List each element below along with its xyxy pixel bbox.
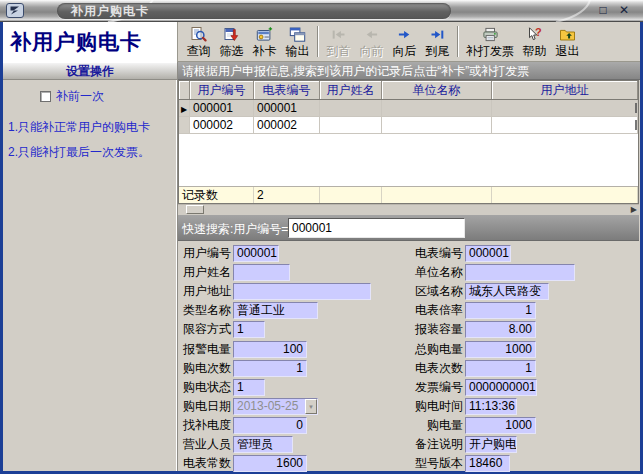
- help-icon: ?: [526, 27, 543, 44]
- toolbar-button-export[interactable]: 输出: [282, 24, 313, 59]
- toolbar-button-label: 到首: [327, 44, 351, 58]
- close-button[interactable]: ✕: [617, 2, 631, 18]
- field-purchase-status[interactable]: 1: [233, 379, 265, 396]
- field-user-address[interactable]: [233, 283, 371, 300]
- reissue-previous-checkbox[interactable]: [40, 91, 51, 102]
- quick-search-input[interactable]: [288, 218, 465, 238]
- field-label-meter-count: 电表次数: [408, 360, 463, 377]
- sidebar: 设置操作 补前一次 1.只能补正常用户的购电卡2.只能补打最后一次发票。: [3, 62, 178, 471]
- toolbar-button-nav-last[interactable]: 到尾: [422, 24, 453, 59]
- column-header[interactable]: 用户姓名: [320, 81, 382, 99]
- dropdown-arrow-icon: ▼: [305, 399, 317, 414]
- table-cell: 000001: [254, 100, 320, 116]
- field-unit-name[interactable]: [465, 264, 575, 281]
- column-header[interactable]: 单位名称: [382, 81, 492, 99]
- toolbar-button-nav-first: 到首: [323, 24, 354, 59]
- titlebar[interactable]: 补用户购电卡 □ ✕: [0, 0, 643, 22]
- field-label-alarm-energy: 报警电量: [178, 341, 231, 358]
- table-row[interactable]: ▶000001000001: [179, 100, 638, 117]
- toolbar-button-label: 帮助: [523, 44, 547, 58]
- footer-cell: [492, 187, 638, 203]
- field-meter-no[interactable]: 000001: [465, 245, 511, 262]
- field-purchase-time[interactable]: 11:13:36: [465, 398, 517, 415]
- field-adjust-energy[interactable]: 0: [233, 417, 307, 434]
- toolbar-button-label: 退出: [556, 44, 580, 58]
- toolbar-button-label: 筛选: [220, 44, 244, 58]
- hint-bar: 请根据用户申报信息,搜索到该用户的记录后点击“补卡”或补打发票: [178, 62, 640, 80]
- field-meter-constant[interactable]: 1600: [233, 455, 307, 472]
- page-title: 补用户购电卡: [10, 28, 142, 56]
- reissue-previous-option[interactable]: 补前一次: [3, 89, 177, 103]
- field-purchase-energy[interactable]: 1000: [465, 417, 536, 434]
- field-operator[interactable]: 管理员: [233, 436, 293, 453]
- field-label-remark: 备注说明: [408, 436, 463, 453]
- column-header[interactable]: 用户地址: [492, 81, 638, 99]
- column-header[interactable]: 用户编号: [190, 81, 254, 99]
- toolbar-button-label: 补卡: [253, 44, 277, 58]
- toolbar-button-reprint-invoice[interactable]: 补打发票: [463, 24, 517, 59]
- column-header[interactable]: 电表编号: [254, 81, 320, 99]
- nav-last-icon: [429, 27, 446, 44]
- grid-empty-area: [179, 134, 638, 186]
- field-limit-mode[interactable]: 1: [233, 321, 265, 338]
- field-type-name[interactable]: 普通工业: [233, 302, 318, 319]
- current-row-marker-icon: ▶: [181, 105, 187, 114]
- field-label-user-no: 用户编号: [178, 245, 231, 262]
- field-model-version[interactable]: 18460: [465, 455, 510, 472]
- field-user-name[interactable]: [233, 264, 290, 281]
- field-label-purchase-energy: 购电量: [408, 417, 463, 434]
- detail-form: 用户编号000001用户姓名用户地址类型名称普通工业限容方式1报警电量100购电…: [178, 241, 640, 471]
- exit-icon: [559, 27, 576, 44]
- field-install-capacity[interactable]: 8.00: [465, 321, 536, 338]
- toolbar-button-query[interactable]: 查询: [183, 24, 214, 59]
- window-title: 补用户购电卡: [71, 4, 149, 18]
- toolbar-button-nav-prev: 向前: [356, 24, 387, 59]
- maximize-button[interactable]: □: [596, 2, 610, 18]
- reissue-card-icon: [256, 27, 273, 44]
- sidebar-note: 1.只能补正常用户的购电卡: [8, 120, 172, 134]
- table-cell: 000002: [190, 117, 254, 133]
- scrollbar-thumb[interactable]: [186, 205, 204, 214]
- toolbar-button-label: 查询: [187, 44, 211, 58]
- toolbar-separator: [317, 26, 319, 57]
- toolbar: 查询筛选补卡输出到首向前向后到尾补打发票?帮助退出: [178, 22, 640, 62]
- field-area-name[interactable]: 城东人民路变: [465, 283, 549, 300]
- clipped-text-sliver: [635, 103, 638, 113]
- field-label-area-name: 区域名称: [408, 283, 463, 300]
- field-user-no[interactable]: 000001: [233, 245, 279, 262]
- field-total-energy[interactable]: 1000: [465, 341, 536, 358]
- field-label-purchase-count: 购电次数: [178, 360, 231, 377]
- scrollbar-right-arrow-icon[interactable]: ▶: [631, 204, 637, 215]
- field-meter-count[interactable]: 1: [465, 360, 536, 377]
- toolbar-button-nav-next[interactable]: 向后: [389, 24, 420, 59]
- field-invoice-no[interactable]: 0000000001: [465, 379, 537, 396]
- app-icon[interactable]: [6, 3, 24, 18]
- table-cell: [492, 117, 638, 133]
- row-selector-gutter: ▶: [179, 100, 190, 116]
- record-count-value: 2: [254, 187, 320, 203]
- toolbar-button-help[interactable]: ?帮助: [519, 24, 550, 59]
- horizontal-scrollbar[interactable]: ▶: [178, 204, 639, 215]
- field-meter-ratio[interactable]: 1: [465, 302, 536, 319]
- toolbar-button-label: 补打发票: [466, 44, 514, 58]
- table-cell: [492, 100, 638, 116]
- field-label-meter-no: 电表编号: [408, 245, 463, 262]
- record-count-label: 记录数: [179, 187, 254, 203]
- table-row[interactable]: 000002000002: [179, 117, 638, 134]
- field-alarm-energy[interactable]: 100: [233, 341, 307, 358]
- field-purchase-count[interactable]: 1: [233, 360, 307, 377]
- table-cell: [382, 100, 492, 116]
- toolbar-button-label: 向后: [393, 44, 417, 58]
- toolbar-button-exit[interactable]: 退出: [552, 24, 583, 59]
- window: 补用户购电卡 □ ✕ 补用户购电卡 查询筛选补卡输出到首向前向后到尾补打发票?帮…: [0, 0, 643, 474]
- toolbar-button-reissue-card[interactable]: 补卡: [249, 24, 280, 59]
- export-icon: [289, 27, 306, 44]
- table-cell: [320, 100, 382, 116]
- field-label-limit-mode: 限容方式: [178, 321, 231, 338]
- field-remark[interactable]: 开户购电: [465, 436, 517, 453]
- field-label-invoice-no: 发票编号: [408, 379, 463, 396]
- toolbar-button-filter[interactable]: 筛选: [216, 24, 247, 59]
- row-selector-gutter: [179, 117, 190, 133]
- clipped-text-sliver: [635, 120, 638, 130]
- sidebar-note: 2.只能补打最后一次发票。: [8, 145, 172, 159]
